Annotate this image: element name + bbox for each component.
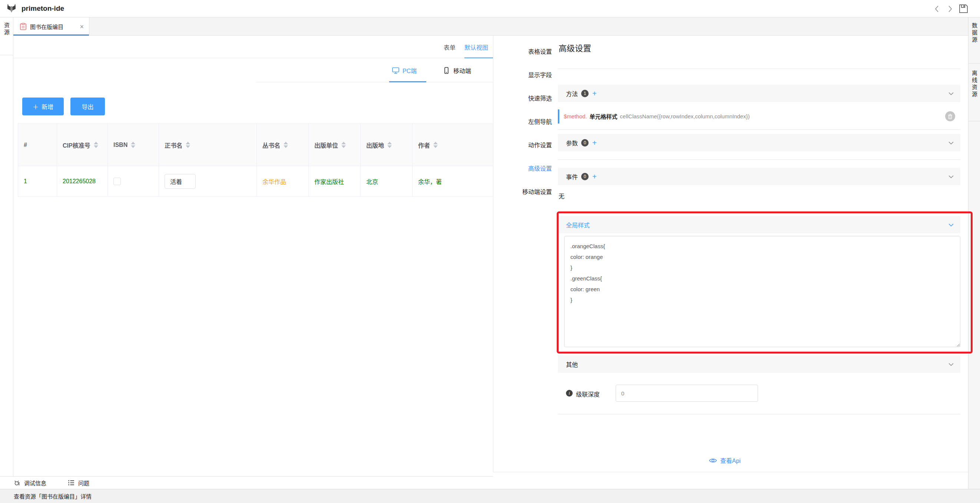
collapse-other-button[interactable] [948,361,954,367]
divider [558,129,960,130]
collapse-methods-button[interactable] [948,90,954,97]
column-header-isbn[interactable]: ISBN [108,124,159,166]
method-name: 单元格样式 [590,112,617,120]
status-bar: 查看资源「图书在版编目」详情 [0,489,980,503]
tab-form[interactable]: 表单 [444,36,455,58]
global-style-code-editor[interactable]: .orangeClass{ color: orange } .greenClas… [564,236,960,347]
chevron-down-icon [948,141,954,145]
cascade-depth-input[interactable] [616,385,758,402]
other-label: 其他 [566,360,578,369]
table-row: 1 2012265028 余华作品 作家出版社 北京 余华，著 [18,166,493,196]
add-button-label: 新增 [41,102,53,111]
column-header-cip[interactable]: CIP核准号 [57,124,108,166]
method-item-accent-bar [558,109,559,123]
menu-item-display-fields[interactable]: 显示字段 [493,63,559,86]
add-event-button[interactable]: + [592,173,597,180]
status-text: 查看资源「图书在版编目」详情 [14,492,92,500]
menu-item-advanced-settings[interactable]: 高级设置 [493,156,559,180]
device-tab-underline [389,81,426,82]
events-label: 事件 [566,172,578,181]
save-button[interactable] [958,4,969,14]
delete-method-button[interactable] [945,111,955,121]
sidebar-item-resources[interactable]: 资源 [0,18,13,55]
collapse-params-button[interactable] [948,139,954,146]
nav-back-button[interactable] [931,0,942,18]
table-header-row: # CIP核准号 ISBN 正书名 丛书名 [18,124,493,166]
column-header-title[interactable]: 正书名 [159,124,257,166]
datasource-label: 数据源 [970,22,978,63]
title-input[interactable] [165,174,196,189]
sidebar-item-offline-resources[interactable]: 离线资源 [969,64,980,121]
debug-info-label: 调试信息 [24,479,46,487]
sort-caret-icon[interactable] [341,142,346,148]
debug-bar: 调试信息 问题 [0,476,493,489]
column-header-publisher[interactable]: 出版单位 [309,124,361,166]
section-params: 参数 0 + [558,134,960,151]
nav-forward-button[interactable] [944,0,956,18]
trash-icon [948,114,953,119]
chevron-down-icon [948,363,954,366]
methods-label: 方法 [566,89,578,98]
column-header-author[interactable]: 作者 [412,124,493,166]
sort-caret-icon[interactable] [186,142,190,148]
menu-item-quick-filter[interactable]: 快速筛选 [493,86,559,109]
problems-label: 问题 [78,479,89,487]
tab-book-catalog[interactable]: 图书在版编目 × [13,18,89,36]
divider [558,414,960,414]
panel-title: 高级设置 [558,42,591,53]
cell-title [159,166,257,196]
sidebar-item-datasource[interactable]: 数据源 [969,18,980,64]
menu-item-mobile-settings[interactable]: 移动端设置 [493,180,559,203]
primeton-ide-window: primeton-ide 资源 图书 [0,0,980,503]
chevron-right-icon [948,5,953,13]
menu-item-table-settings[interactable]: 表格设置 [493,39,559,63]
column-header-seq: # [18,124,57,166]
methods-count-badge: 1 [581,90,589,97]
export-button[interactable]: 导出 [70,97,105,115]
debug-info-button[interactable]: 调试信息 [14,479,46,487]
app-logo-icon [6,3,17,14]
view-api-link[interactable]: 查看Api [709,456,741,465]
column-header-series[interactable]: 丛书名 [257,124,309,166]
events-empty-text: 无 [558,192,565,200]
tab-mobile[interactable]: 移动端 [443,58,471,82]
collapse-global-style-button[interactable] [948,222,954,228]
section-global-style: 全局样式 [558,216,960,233]
add-method-button[interactable]: + [592,90,597,97]
divider [558,160,960,160]
design-canvas: 表单 默认视图 PC端 移动端 ＋ [13,36,493,476]
problems-button[interactable]: 问题 [68,479,89,487]
method-list-item[interactable]: $method. 单元格样式 cellClassName({row,rowInd… [558,108,960,125]
isbn-checkbox[interactable] [113,178,121,185]
info-icon: i [566,390,573,396]
cell-series: 余华作品 [257,166,309,196]
add-param-button[interactable]: + [592,139,597,147]
sort-caret-icon[interactable] [94,142,98,148]
tab-pc[interactable]: PC端 [392,58,417,82]
global-style-label: 全局样式 [566,220,590,229]
offline-resources-label: 离线资源 [970,70,978,121]
debug-icon [14,479,21,486]
sort-caret-icon[interactable] [433,142,438,148]
settings-menu: 表格设置 显示字段 快速筛选 左侧导航 动作设置 高级设置 移动端设置 [493,39,559,203]
add-button[interactable]: ＋ 新增 [22,97,64,115]
right-rail: 数据源 离线资源 [968,18,980,489]
sort-caret-icon[interactable] [387,142,392,148]
params-count-badge: 0 [581,139,589,147]
chevron-down-icon [948,92,954,95]
collapse-events-button[interactable] [948,173,954,180]
params-label: 参数 [566,138,578,147]
menu-item-left-nav[interactable]: 左侧导航 [493,109,559,133]
left-rail: 资源 [0,18,13,476]
column-header-place[interactable]: 出版地 [361,124,412,166]
title-bar: primeton-ide [0,0,980,18]
tab-close-icon[interactable]: × [80,23,84,30]
sort-caret-icon[interactable] [131,142,135,148]
events-count-badge: 0 [581,173,589,180]
cell-publisher: 作家出版社 [309,166,361,196]
menu-item-action-settings[interactable]: 动作设置 [493,133,559,156]
cascade-depth-label: 级联深度 [576,390,600,398]
sort-caret-icon[interactable] [283,142,288,148]
phone-icon [443,67,450,74]
tab-default-view[interactable]: 默认视图 [465,36,488,58]
